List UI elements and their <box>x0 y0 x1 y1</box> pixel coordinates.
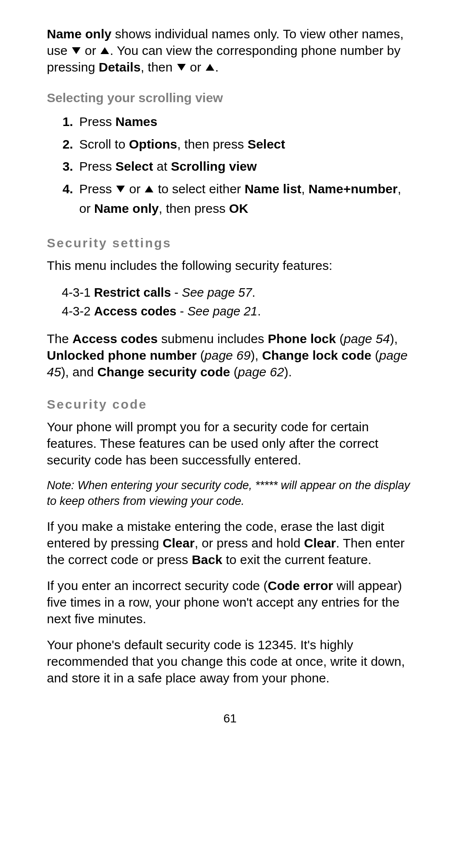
code-error-paragraph: If you enter an incorrect security code … <box>47 577 413 627</box>
heading-security-settings: Security settings <box>47 236 413 250</box>
security-code-note: Note: When entering your security code, … <box>47 478 413 509</box>
arrow-up-icon <box>101 47 109 54</box>
steps-list: Press Names Scroll to Options, then pres… <box>47 112 413 219</box>
step-1: Press Names <box>77 112 413 132</box>
bold-details: Details <box>99 60 141 74</box>
arrow-down-icon <box>177 64 186 71</box>
security-settings-intro: This menu includes the following securit… <box>47 257 413 274</box>
step-4: Press or to select either Name list, Nam… <box>77 179 413 219</box>
default-code-paragraph: Your phone's default security code is 12… <box>47 636 413 686</box>
mistake-paragraph: If you make a mistake entering the code,… <box>47 518 413 568</box>
heading-scrolling-view: Selecting your scrolling view <box>47 91 413 105</box>
arrow-down-icon <box>116 186 125 192</box>
access-codes-paragraph: The Access codes submenu includes Phone … <box>47 330 413 380</box>
heading-security-code: Security code <box>47 397 413 412</box>
bold-name-only: Name only <box>47 27 112 41</box>
security-code-p1: Your phone will prompt you for a securit… <box>47 418 413 468</box>
manual-page: Name only shows individual names only. T… <box>0 0 460 751</box>
menu-items-block: 4-3-1 Restrict calls - See page 57. 4-3-… <box>62 283 413 321</box>
arrow-down-icon <box>72 47 80 54</box>
menu-item-restrict-calls: 4-3-1 Restrict calls - See page 57. <box>62 283 413 302</box>
arrow-up-icon <box>145 186 153 192</box>
menu-item-access-codes: 4-3-2 Access codes - See page 21. <box>62 302 413 321</box>
step-3: Press Select at Scrolling view <box>77 157 413 177</box>
arrow-up-icon <box>206 64 214 71</box>
step-2: Scroll to Options, then press Select <box>77 135 413 155</box>
page-number: 61 <box>47 712 413 725</box>
intro-paragraph: Name only shows individual names only. T… <box>47 26 413 75</box>
